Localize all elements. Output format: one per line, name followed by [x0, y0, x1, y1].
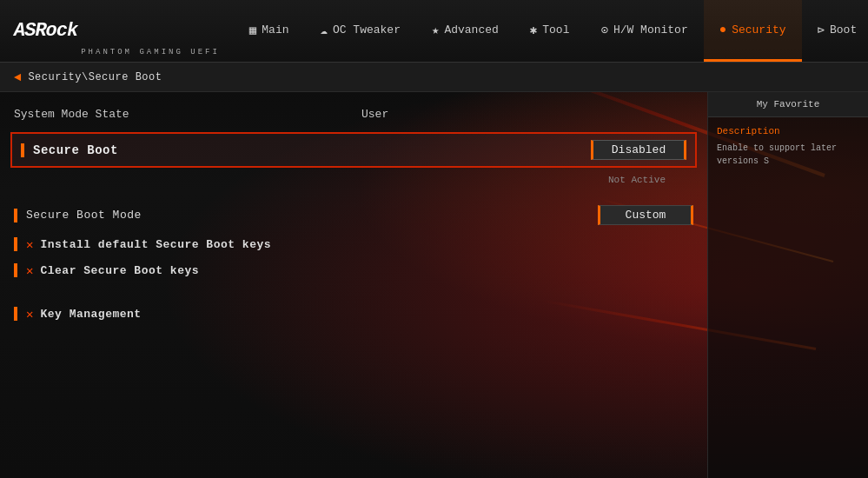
clear-keys-indicator: [14, 263, 17, 277]
brand-logo: ASRock: [14, 20, 77, 42]
tab-boot-label: Boot: [830, 23, 857, 37]
brand-subtitle: PHANTOM GAMING UEFI: [81, 48, 220, 56]
tab-tool-label: Tool: [542, 23, 569, 37]
sidebar-description-text: Enable to support later versions S: [717, 142, 859, 168]
secure-boot-label: Secure Boot: [33, 143, 591, 157]
key-management-x-icon: ✕: [26, 307, 33, 322]
secure-boot-mode-indicator: [14, 209, 17, 222]
header-bar: ASRock PHANTOM GAMING UEFI ▦ Main ☁ OC T…: [0, 0, 868, 63]
breadcrumb-path: Security\Secure Boot: [28, 71, 162, 83]
install-keys-row[interactable]: ✕ Install default Secure Boot keys: [0, 231, 707, 257]
key-management-label: Key Management: [40, 308, 141, 321]
tab-hw-monitor[interactable]: ⊙ H/W Monitor: [585, 0, 703, 62]
body-area: System Mode State User Secure Boot Disab…: [0, 92, 868, 478]
hw-monitor-icon: ⊙: [600, 23, 607, 37]
install-keys-x-icon: ✕: [26, 237, 33, 252]
secure-boot-mode-row[interactable]: Secure Boot Mode Custom: [0, 199, 707, 231]
oc-tweaker-icon: ☁: [321, 23, 328, 37]
key-management-row[interactable]: ✕ Key Management: [0, 301, 707, 327]
tab-hw-monitor-label: H/W Monitor: [613, 23, 688, 37]
tab-advanced[interactable]: ★ Advanced: [416, 0, 514, 62]
uefi-bios-container: ASRock PHANTOM GAMING UEFI ▦ Main ☁ OC T…: [0, 0, 868, 478]
secure-boot-mode-value[interactable]: Custom: [598, 205, 693, 225]
tab-oc-tweaker[interactable]: ☁ OC Tweaker: [305, 0, 416, 62]
main-settings-panel: System Mode State User Secure Boot Disab…: [0, 92, 707, 478]
sidebar-my-favorite-tab[interactable]: My Favorite: [708, 92, 868, 117]
clear-keys-x-icon: ✕: [26, 263, 33, 278]
tool-icon: ✱: [530, 23, 537, 37]
tab-security-label: Security: [732, 23, 785, 37]
clear-keys-row[interactable]: ✕ Clear Secure Boot keys: [0, 257, 707, 283]
system-mode-label: System Mode State: [14, 108, 188, 121]
breadcrumb: ◄ Security\Secure Boot: [0, 63, 868, 92]
secure-boot-value[interactable]: Disabled: [591, 140, 686, 160]
secure-boot-row[interactable]: Secure Boot Disabled: [10, 132, 697, 168]
tab-tool[interactable]: ✱ Tool: [514, 0, 586, 62]
system-mode-value: User: [361, 108, 388, 121]
not-active-text: Not Active: [589, 175, 685, 185]
tab-oc-tweaker-label: OC Tweaker: [333, 23, 401, 37]
right-sidebar: My Favorite Description Enable to suppor…: [707, 92, 868, 478]
breadcrumb-arrow-icon: ◄: [14, 70, 21, 84]
advanced-icon: ★: [432, 23, 439, 37]
main-icon: ▦: [249, 23, 256, 37]
key-management-indicator: [14, 307, 17, 321]
not-active-row: Not Active: [0, 173, 707, 190]
system-mode-row: System Mode State User: [0, 101, 707, 127]
tab-advanced-label: Advanced: [444, 23, 498, 37]
clear-keys-label: Clear Secure Boot keys: [40, 264, 199, 277]
tab-boot[interactable]: ⊳ Boot: [802, 0, 863, 62]
tab-security[interactable]: ● Security: [704, 0, 802, 62]
sidebar-description-panel: Description Enable to support later vers…: [708, 117, 868, 176]
install-keys-indicator: [14, 237, 17, 251]
sidebar-description-label: Description: [717, 126, 859, 136]
tab-main-label: Main: [262, 23, 288, 37]
nav-tabs: ▦ Main ☁ OC Tweaker ★ Advanced ✱ Tool ⊙ …: [234, 0, 868, 62]
secure-boot-indicator: [21, 143, 24, 157]
install-keys-label: Install default Secure Boot keys: [40, 238, 271, 251]
boot-icon: ⊳: [818, 23, 825, 37]
security-icon: ●: [719, 23, 726, 37]
logo-area: ASRock PHANTOM GAMING UEFI: [0, 0, 234, 62]
secure-boot-mode-label: Secure Boot Mode: [26, 209, 598, 222]
tab-main[interactable]: ▦ Main: [234, 0, 305, 62]
